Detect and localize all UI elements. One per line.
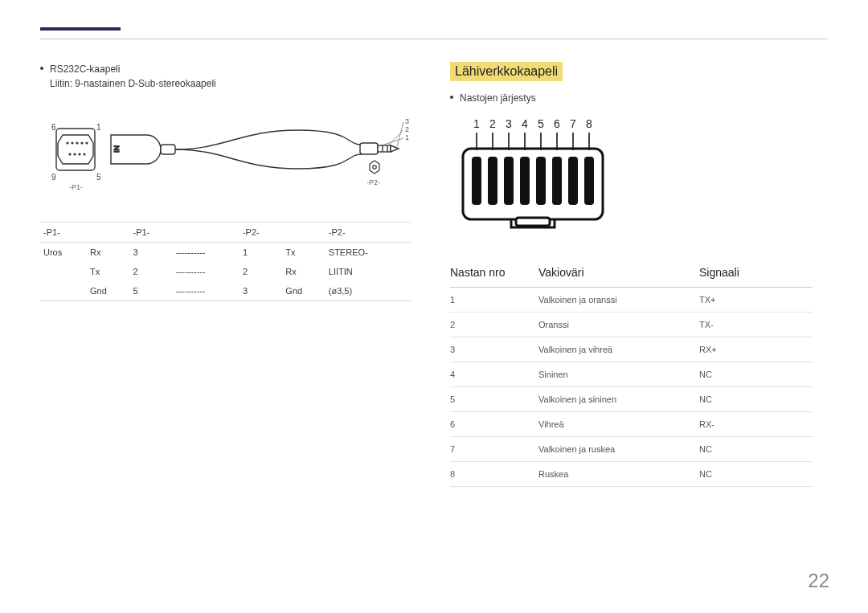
lan-bullet-line: Nastojen järjestys [450, 91, 828, 105]
table-row: 3Valkoinen ja vihreäRX+ [450, 337, 813, 362]
rs232c-title: RS232C-kaapeli [50, 62, 120, 76]
lan-section-heading: Lähiverkkokaapeli [450, 62, 563, 81]
left-column: RS232C-kaapeli Liitin: 9-nastainen D-Sub… [40, 62, 418, 487]
table-row: 8RuskeaNC [450, 462, 813, 487]
table-row: 6VihreäRX- [450, 412, 813, 437]
pin-9: 9 [51, 173, 56, 182]
pin-5: 5 [96, 173, 101, 182]
rj45-figure: 1 2 3 4 5 6 7 8 [455, 113, 828, 237]
table-row: 7Valkoinen ja ruskeaNC [450, 437, 813, 462]
svg-point-4 [80, 142, 83, 145]
th-color: Vakioväri [538, 258, 699, 288]
rs232c-table: -P1- -P1- -P2- -P2- Uros Rx 3 ----------… [40, 222, 411, 301]
svg-text:5: 5 [538, 117, 544, 130]
svg-rect-37 [516, 218, 550, 226]
jack-3: 3 [405, 117, 409, 125]
svg-rect-36 [463, 149, 603, 219]
svg-point-6 [68, 153, 71, 156]
svg-text:6: 6 [554, 117, 560, 130]
svg-point-19 [373, 166, 376, 169]
bullet-icon [450, 96, 453, 99]
svg-text:2: 2 [489, 117, 496, 130]
jack-1: 1 [405, 133, 409, 141]
table-header-row: -P1- -P1- -P2- -P2- [40, 223, 411, 243]
svg-rect-40 [504, 157, 514, 205]
svg-rect-42 [536, 157, 546, 205]
page-number: 22 [808, 570, 829, 592]
svg-point-3 [76, 142, 78, 145]
page: RS232C-kaapeli Liitin: 9-nastainen D-Sub… [0, 0, 868, 613]
table-row: 4SininenNC [450, 362, 813, 387]
svg-rect-44 [568, 157, 578, 205]
top-rule [40, 39, 828, 39]
in-label: IN [113, 145, 121, 153]
svg-text:1: 1 [473, 117, 480, 130]
svg-rect-38 [472, 157, 481, 205]
table-row: Gnd 5 ---------- 3 Gnd (ø3,5) [40, 281, 411, 300]
th-p1b: -P1- [130, 223, 173, 243]
cable-figure: 6 1 9 5 -P1- IN [40, 106, 418, 210]
lan-table: Nastan nro Vakioväri Signaali 1Valkoinen… [450, 258, 813, 487]
lan-bullet-text: Nastojen järjestys [460, 91, 536, 105]
svg-point-8 [78, 153, 80, 156]
svg-line-15 [397, 122, 403, 146]
svg-point-5 [85, 142, 88, 145]
table-row: Uros Rx 3 ---------- 1 Tx STEREO- [40, 243, 411, 263]
svg-point-9 [83, 153, 85, 156]
lan-header-row: Nastan nro Vakioväri Signaali [450, 258, 813, 288]
svg-line-17 [379, 138, 403, 146]
svg-point-7 [73, 153, 76, 156]
p2-under: -P2- [366, 178, 380, 186]
th-p2b: -P2- [326, 223, 411, 243]
rs232c-title-line: RS232C-kaapeli [40, 62, 418, 76]
rj45-svg: 1 2 3 4 5 6 7 8 [455, 113, 616, 234]
rs232c-subtitle: Liitin: 9-nastainen D-Sub-stereokaapeli [50, 76, 418, 92]
svg-rect-11 [360, 143, 378, 154]
table-row: Tx 2 ---------- 2 Rx LIITIN [40, 262, 411, 281]
accent-bar [40, 27, 121, 31]
columns: RS232C-kaapeli Liitin: 9-nastainen D-Sub… [40, 62, 828, 487]
pin-1: 1 [96, 123, 101, 132]
svg-line-16 [387, 130, 403, 146]
svg-rect-43 [552, 157, 562, 205]
table-row: 2OranssiTX- [450, 313, 813, 337]
svg-text:4: 4 [522, 117, 528, 130]
bullet-icon [40, 67, 43, 70]
p1-under: -P1- [69, 183, 83, 191]
svg-point-2 [71, 142, 73, 145]
th-pin-no: Nastan nro [450, 258, 538, 288]
svg-text:8: 8 [586, 117, 592, 130]
jack-2: 2 [405, 125, 409, 133]
th-p2a: -P2- [240, 223, 282, 243]
right-column: Lähiverkkokaapeli Nastojen järjestys 1 2… [450, 62, 828, 487]
svg-text:3: 3 [506, 117, 512, 130]
svg-rect-10 [161, 145, 175, 154]
cable-svg: 6 1 9 5 -P1- IN [40, 106, 410, 210]
table-row: 1Valkoinen ja oranssiTX+ [450, 288, 813, 313]
svg-rect-45 [584, 157, 594, 205]
svg-rect-39 [488, 157, 497, 205]
svg-text:7: 7 [570, 117, 576, 130]
svg-point-1 [66, 142, 68, 145]
table-row: 5Valkoinen ja sininenNC [450, 387, 813, 412]
pin-6: 6 [51, 123, 56, 132]
th-p1a: -P1- [40, 223, 87, 243]
th-signal: Signaali [699, 258, 813, 288]
svg-rect-41 [520, 157, 530, 205]
